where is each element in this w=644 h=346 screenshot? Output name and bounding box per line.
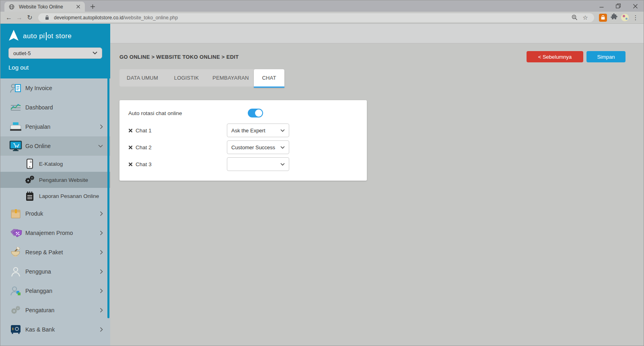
window-controls [593, 0, 644, 12]
sidebar-menu: My Invoice Dashboard Penjualan [0, 78, 110, 339]
bookmark-star-icon[interactable]: ☆ [581, 14, 589, 21]
chat-3-select[interactable] [227, 157, 289, 171]
profile-avatar[interactable] [621, 14, 629, 21]
breadcrumb-row: GO ONLINE > WEBSITE TOKO ONLINE > EDIT <… [119, 51, 625, 62]
tab-chat[interactable]: CHAT [254, 69, 284, 88]
sidebar-item-dashboard[interactable]: Dashboard [0, 98, 110, 117]
logo-text-part1: auto pi [23, 32, 45, 40]
sidebar-item-label: Kas & Bank [25, 326, 55, 333]
logo-bar [46, 32, 47, 40]
chevron-right-icon [100, 250, 103, 255]
sidebar-item-produk[interactable]: Produk [0, 204, 110, 223]
chat-2-select[interactable]: Customer Success [227, 140, 289, 154]
sidebar-item-label: Pengaturan Website [39, 177, 88, 183]
sidebar-item-penjualan[interactable]: Penjualan [0, 117, 110, 136]
chat-1-label-group: Chat 1 [128, 128, 227, 134]
chevron-down-icon [280, 146, 285, 149]
browser-tab[interactable]: Website Toko Online [4, 2, 85, 12]
sidebar-subitem-e-katalog[interactable]: E-Katalog [0, 156, 110, 172]
logout-link[interactable]: Log out [8, 64, 29, 71]
chevron-right-icon [100, 231, 103, 235]
produk-icon [8, 208, 23, 219]
penjualan-icon [8, 122, 23, 132]
browser-titlebar: Website Toko Online [0, 0, 644, 12]
sidebar-item-pelanggan[interactable]: Pelanggan [0, 281, 110, 301]
sidebar-header: auto piot store outlet-5 Log out [0, 24, 110, 78]
my-invoice-icon [8, 83, 23, 93]
browser-menu-icon[interactable]: ⋮ [632, 14, 639, 21]
address-bar[interactable]: development.autopilotstore.co.id/website… [38, 13, 594, 22]
forward-icon[interactable]: → [14, 12, 25, 23]
previous-button[interactable]: < Sebelumnya [527, 51, 583, 62]
sidebar-item-go-online[interactable]: Go Online [0, 136, 110, 156]
app-logo: auto piot store [8, 30, 102, 42]
auto-rotate-label: Auto rotasi chat online [128, 110, 227, 116]
remove-icon[interactable] [128, 145, 133, 150]
tab-logistik[interactable]: LOGISTIK [165, 69, 208, 86]
remove-icon[interactable] [128, 162, 133, 167]
sidebar-item-resep-paket[interactable]: Resep & Paket [0, 243, 110, 262]
sidebar-item-kas-bank[interactable]: Kas & Bank [0, 320, 110, 339]
sidebar-subitem-pengaturan-website[interactable]: Pengaturan Website [0, 172, 110, 188]
shopping-extension-icon[interactable] [599, 14, 607, 22]
lock-icon [43, 15, 51, 20]
chevron-down-icon [98, 144, 103, 148]
chevron-right-icon [100, 327, 103, 332]
chat-1-select[interactable]: Ask the Expert [227, 124, 289, 137]
remove-icon[interactable] [128, 128, 133, 133]
chat-2-label-group: Chat 2 [128, 144, 227, 150]
sidebar-subitem-laporan-pesanan-online[interactable]: Laporan Pesanan Online [0, 188, 110, 204]
back-icon[interactable]: ← [4, 12, 14, 23]
logo-text-part2: ot store [47, 32, 72, 40]
puzzle-extension-icon[interactable] [611, 13, 617, 22]
tab-title: Website Toko Online [19, 4, 71, 10]
url-domain: development.autopilotstore.co.id [54, 15, 123, 21]
chat-2-label: Chat 2 [136, 144, 152, 150]
chat-2-select-value: Customer Success [231, 144, 275, 150]
close-button[interactable] [627, 0, 644, 12]
breadcrumb: GO ONLINE > WEBSITE TOKO ONLINE > EDIT [119, 54, 239, 60]
sidebar-item-label: Manajemen Promo [25, 230, 73, 236]
reload-icon[interactable]: ↻ [25, 12, 35, 23]
url-path: /website_toko_online.php [123, 15, 178, 21]
chevron-right-icon [100, 269, 103, 274]
sidebar-item-label: Pelanggan [25, 288, 52, 294]
chat-3-row: Chat 3 [128, 157, 358, 171]
auto-rotate-row: Auto rotasi chat online [128, 107, 358, 119]
outlet-select-value: outlet-5 [13, 50, 31, 56]
pelanggan-icon [8, 286, 23, 296]
outlet-select[interactable]: outlet-5 [8, 47, 102, 59]
chat-1-row: Chat 1 Ask the Expert [128, 124, 358, 137]
kas-bank-icon [8, 325, 23, 334]
restore-button[interactable] [610, 0, 627, 12]
url-text: development.autopilotstore.co.id/website… [54, 15, 568, 21]
logo-text: auto piot store [23, 32, 72, 40]
chat-1-select-value: Ask the Expert [231, 128, 265, 134]
sidebar-item-pengguna[interactable]: Pengguna [0, 262, 110, 281]
sidebar-item-pengaturan[interactable]: Pengaturan [0, 301, 110, 320]
page-header-strip [110, 24, 644, 43]
pengaturan-website-icon [24, 175, 36, 185]
chevron-right-icon [100, 288, 103, 293]
main-content: GO ONLINE > WEBSITE TOKO ONLINE > EDIT <… [110, 24, 644, 346]
save-button[interactable]: Simpan [586, 51, 625, 62]
go-online-icon [8, 140, 23, 152]
zoom-icon[interactable] [570, 14, 578, 21]
new-tab-button[interactable] [89, 3, 96, 10]
sidebar-item-manajemen-promo[interactable]: Manajemen Promo [0, 223, 110, 243]
minimize-button[interactable] [593, 0, 610, 12]
tab-close-icon[interactable] [74, 3, 82, 10]
tab-pembayaran[interactable]: PEMBAYARAN [208, 69, 254, 86]
dashboard-icon [8, 103, 23, 112]
chat-1-label: Chat 1 [136, 128, 152, 134]
chat-2-row: Chat 2 Customer Success [128, 140, 358, 154]
sidebar-scrollbar[interactable] [107, 39, 109, 318]
sidebar-item-my-invoice[interactable]: My Invoice [0, 78, 110, 98]
auto-rotate-toggle[interactable] [248, 109, 263, 117]
paper-plane-logo-icon [8, 30, 19, 43]
sidebar-item-label: Produk [25, 210, 43, 217]
toggle-knob [255, 109, 262, 117]
tab-data-umum[interactable]: DATA UMUM [119, 69, 165, 86]
globe-favicon-icon [8, 4, 16, 10]
chevron-right-icon [100, 211, 103, 216]
